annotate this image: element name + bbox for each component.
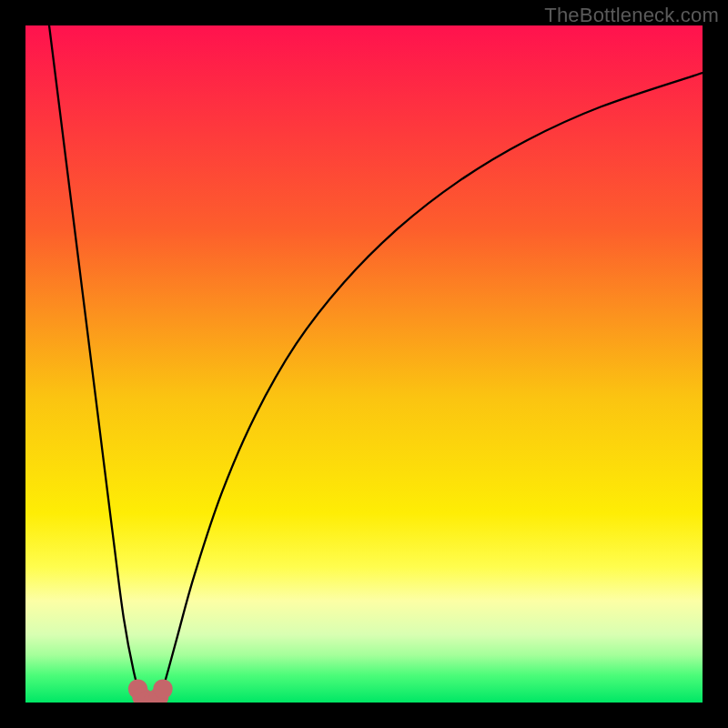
valley-marker bbox=[153, 679, 172, 698]
plot-area bbox=[25, 25, 703, 703]
chart-frame: TheBottleneck.com bbox=[0, 0, 728, 728]
gradient-background bbox=[25, 25, 703, 703]
watermark-text: TheBottleneck.com bbox=[544, 4, 719, 27]
chart-svg bbox=[25, 25, 703, 703]
